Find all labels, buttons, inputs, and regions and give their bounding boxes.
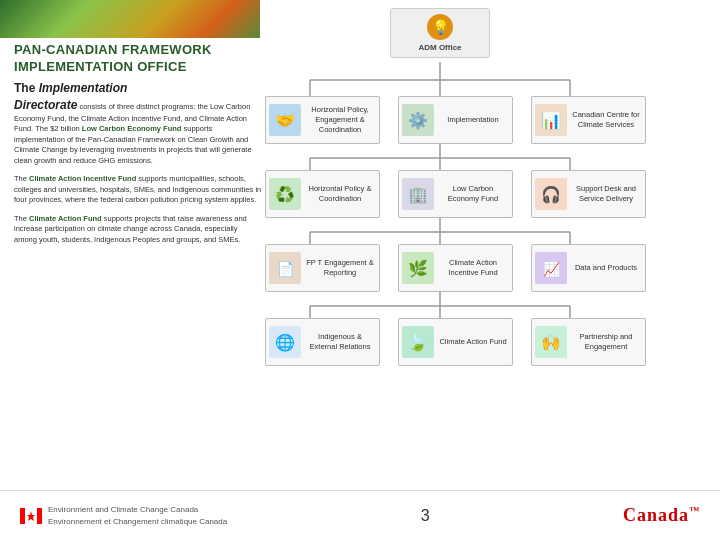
svg-text:⚙️: ⚙️ [408, 111, 428, 130]
globe-icon: 🌐 [269, 326, 301, 358]
box-support-desk: 🎧 Support Desk and Service Delivery [531, 170, 646, 218]
box-partnership-label: Partnership and Engagement [570, 332, 642, 352]
box-indigenous-label: Indigenous & External Relations [304, 332, 376, 352]
document-icon: 📄 [269, 252, 301, 284]
org-chart: 💡 ADM Office 🤝 Horizontal Policy, Engage… [260, 0, 720, 490]
box-data-products: 📈 Data and Products [531, 244, 646, 292]
leaf-icon: 🌿 [402, 252, 434, 284]
canada-flag-icon [20, 508, 42, 524]
svg-text:🏢: 🏢 [408, 185, 428, 204]
box-support-desk-label: Support Desk and Service Delivery [570, 184, 642, 204]
box-data-products-label: Data and Products [570, 263, 642, 273]
svg-text:♻️: ♻️ [275, 185, 295, 204]
title-area: PAN-CANADIAN FRAMEWORK IMPLEMENTATION OF… [14, 42, 262, 76]
leaf2-icon: 🍃 [402, 326, 434, 358]
chart-icon: 📊 [535, 104, 567, 136]
left-panel: The ImplementationDirectorate consists o… [14, 80, 262, 253]
svg-rect-44 [20, 508, 25, 524]
box-implementation: ⚙️ Implementation [398, 96, 513, 144]
svg-rect-46 [37, 508, 42, 524]
cycle-icon: ♻️ [269, 178, 301, 210]
adm-office-box: 💡 ADM Office [390, 8, 490, 58]
section-2: The Climate Action Incentive Fund suppor… [14, 174, 262, 206]
section-3: The Climate Action Fund supports project… [14, 214, 262, 246]
box-fpt: 📄 FP T Engagement & Reporting [265, 244, 380, 292]
box-caf: 🍃 Climate Action Fund [398, 318, 513, 366]
svg-text:🌐: 🌐 [275, 333, 295, 352]
data-icon: 📈 [535, 252, 567, 284]
canada-wordmark: Canada™ [623, 505, 700, 526]
svg-text:🤝: 🤝 [275, 111, 295, 130]
svg-text:🙌: 🙌 [541, 333, 561, 352]
box-caf-label: Climate Action Fund [437, 337, 509, 347]
svg-text:📊: 📊 [541, 111, 561, 130]
box-implementation-label: Implementation [437, 115, 509, 125]
hands-icon: 🙌 [535, 326, 567, 358]
lightbulb-icon: 💡 [427, 14, 453, 40]
adm-label: ADM Office [418, 43, 461, 52]
box-partnership: 🙌 Partnership and Engagement [531, 318, 646, 366]
headset-icon: 🎧 [535, 178, 567, 210]
box-caif: 🌿 Climate Action Incentive Fund [398, 244, 513, 292]
box-caif-label: Climate Action Incentive Fund [437, 258, 509, 278]
footer-logo-area: Environment and Climate Change Canada En… [20, 504, 227, 526]
building-icon: 🏢 [402, 178, 434, 210]
box-canadian-centre-label: Canadian Centre for Climate Services [570, 110, 642, 130]
svg-text:📄: 📄 [277, 261, 295, 278]
box-fpt-label: FP T Engagement & Reporting [304, 258, 376, 278]
box-low-carbon: 🏢 Low Carbon Economy Fund [398, 170, 513, 218]
svg-text:🌿: 🌿 [408, 259, 428, 278]
section-1-text: The ImplementationDirectorate consists o… [14, 80, 262, 166]
header-image [0, 0, 260, 38]
section-2-text: The Climate Action Incentive Fund suppor… [14, 174, 262, 206]
svg-text:📈: 📈 [543, 261, 561, 278]
box-horizontal-policy-coord: ♻️ Horizontal Policy & Coordination [265, 170, 380, 218]
footer-env-en: Environment and Climate Change Canada [48, 504, 227, 515]
svg-text:🎧: 🎧 [541, 185, 561, 204]
footer-env-text: Environment and Climate Change Canada En… [48, 504, 227, 526]
box-horizontal-policy-engagement: 🤝 Horizontal Policy, Engagement & Coordi… [265, 96, 380, 144]
box-indigenous: 🌐 Indigenous & External Relations [265, 318, 380, 366]
footer-page-number: 3 [421, 507, 430, 525]
handshake-icon: 🤝 [269, 104, 301, 136]
section-1: The ImplementationDirectorate consists o… [14, 80, 262, 166]
box-horizontal-policy-engagement-label: Horizontal Policy, Engagement & Coordina… [304, 105, 376, 134]
page-title: PAN-CANADIAN FRAMEWORK IMPLEMENTATION OF… [14, 42, 262, 76]
box-horizontal-policy-coord-label: Horizontal Policy & Coordination [304, 184, 376, 204]
footer: Environment and Climate Change Canada En… [0, 490, 720, 540]
box-low-carbon-label: Low Carbon Economy Fund [437, 184, 509, 204]
implementation-icon: ⚙️ [402, 104, 434, 136]
section-3-text: The Climate Action Fund supports project… [14, 214, 262, 246]
box-canadian-centre: 📊 Canadian Centre for Climate Services [531, 96, 646, 144]
svg-text:🍃: 🍃 [408, 333, 428, 352]
footer-env-fr: Environnement et Changement climatique C… [48, 516, 227, 527]
